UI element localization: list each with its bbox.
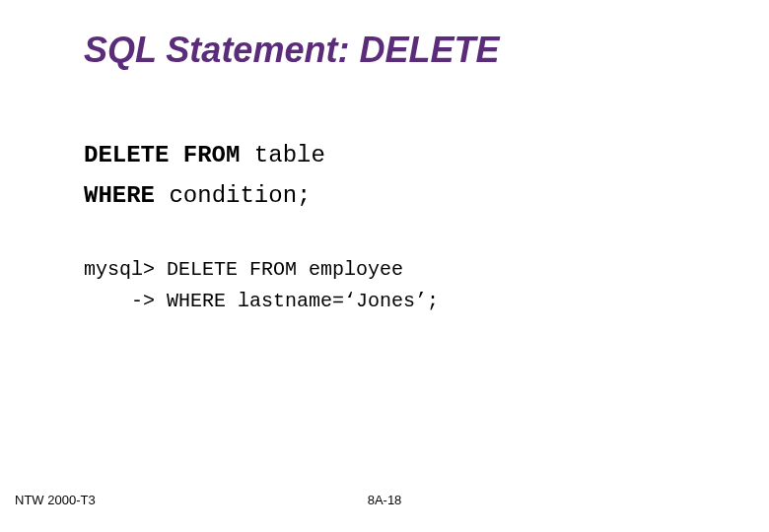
footer-left: NTW 2000-T3 [15,493,96,507]
syntax-param-table: table [254,142,325,168]
syntax-param-condition: condition; [169,182,311,209]
syntax-block: DELETE FROM table WHERE condition; [84,136,325,217]
example-block: mysql> DELETE FROM employee -> WHERE las… [84,254,439,317]
syntax-keyword-where: WHERE [84,182,169,209]
syntax-line-2: WHERE condition; [84,176,325,217]
footer-center: 8A-18 [368,493,402,507]
syntax-line-1: DELETE FROM table [84,136,325,176]
syntax-keyword-delete-from: DELETE FROM [84,142,254,168]
slide-title: SQL Statement: DELETE [84,30,499,71]
example-line-2: -> WHERE lastname=‘Jones’; [131,286,439,317]
example-line-1: mysql> DELETE FROM employee [84,254,439,286]
